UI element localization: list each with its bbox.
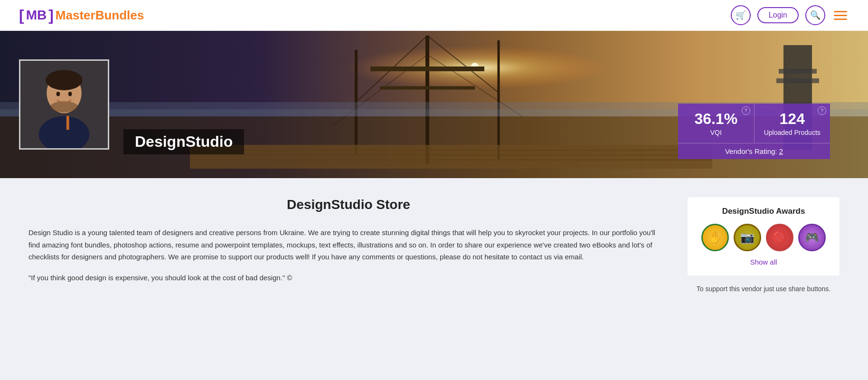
- support-text: To support this vendor just use share bu…: [688, 285, 840, 293]
- vendor-name-label: DesignStudio: [135, 133, 233, 150]
- cart-icon: 🛒: [736, 10, 746, 20]
- store-quote: "If you think good design is expensive, …: [28, 274, 669, 282]
- menu-line-2: [834, 15, 847, 16]
- svg-rect-21: [776, 78, 819, 83]
- vqi-help-icon[interactable]: ?: [742, 106, 750, 115]
- search-icon: 🔍: [810, 10, 821, 20]
- menu-line-3: [834, 19, 847, 20]
- vqi-label: VQI: [688, 129, 745, 136]
- award-icon-1: ✋: [708, 231, 722, 244]
- uploaded-value: 124: [764, 110, 821, 128]
- vendor-avatar: [19, 59, 109, 150]
- main-content: DesignStudio Store Design Studio is a yo…: [0, 178, 868, 312]
- rating-value-link[interactable]: 2: [779, 147, 783, 155]
- stats-box: 36.1% VQI ? 124 Uploaded Products ? Vend…: [678, 104, 830, 159]
- logo-mb: MB: [26, 8, 47, 23]
- award-badge-2: 📷: [734, 224, 761, 251]
- svg-rect-11: [190, 145, 712, 169]
- vqi-stat-cell: 36.1% VQI ?: [678, 104, 754, 143]
- logo: [ MB ] MasterBundles: [19, 7, 144, 24]
- right-sidebar: DesignStudio Awards ✋ 📷 🚫 🎮 Show all To …: [688, 197, 840, 293]
- left-content: DesignStudio Store Design Studio is a yo…: [28, 197, 669, 293]
- vqi-value: 36.1%: [688, 110, 745, 128]
- logo-bracket-close: ]: [48, 7, 54, 24]
- logo-bracket-open: [: [19, 7, 24, 24]
- rating-label: Vendor's Rating:: [725, 147, 777, 155]
- award-badge-1: ✋: [701, 224, 729, 251]
- logo-brand-name: MasterBundles: [56, 8, 144, 23]
- awards-card: DesignStudio Awards ✋ 📷 🚫 🎮 Show all: [688, 197, 840, 276]
- menu-button[interactable]: [832, 9, 849, 22]
- svg-rect-14: [190, 159, 712, 161]
- store-description: Design Studio is a young talented team o…: [28, 227, 669, 263]
- uploaded-stat-cell: 124 Uploaded Products ?: [754, 104, 830, 143]
- svg-rect-20: [779, 69, 817, 74]
- uploaded-label: Uploaded Products: [764, 129, 821, 136]
- site-header: [ MB ] MasterBundles 🛒 Login 🔍: [0, 0, 868, 31]
- stats-row: 36.1% VQI ? 124 Uploaded Products ?: [678, 104, 830, 143]
- svg-rect-12: [190, 150, 712, 151]
- award-icon-2: 📷: [740, 231, 755, 244]
- award-badge-3: 🚫: [766, 224, 793, 251]
- svg-rect-27: [66, 116, 69, 130]
- show-all-link[interactable]: Show all: [697, 258, 830, 266]
- vendor-name-box: DesignStudio: [123, 129, 244, 154]
- award-icon-4: 🎮: [805, 231, 819, 244]
- award-badge-4: 🎮: [798, 224, 826, 251]
- rating-row: Vendor's Rating: 2: [678, 143, 830, 159]
- svg-point-29: [68, 92, 72, 96]
- award-icon-3: 🚫: [773, 231, 787, 244]
- avatar-image: [20, 61, 108, 148]
- menu-line-1: [834, 11, 847, 12]
- uploaded-help-icon[interactable]: ?: [818, 106, 826, 115]
- svg-rect-13: [190, 154, 712, 156]
- search-button[interactable]: 🔍: [805, 5, 825, 25]
- svg-point-24: [46, 70, 82, 90]
- hero-banner: DesignStudio 36.1% VQI ? 124 Uploaded Pr…: [0, 31, 868, 178]
- awards-title: DesignStudio Awards: [697, 207, 830, 216]
- store-title: DesignStudio Store: [28, 197, 669, 212]
- header-nav: 🛒 Login 🔍: [731, 5, 849, 25]
- awards-icons: ✋ 📷 🚫 🎮: [697, 224, 830, 251]
- cart-button[interactable]: 🛒: [731, 5, 751, 25]
- svg-point-28: [57, 92, 60, 96]
- login-button[interactable]: Login: [757, 7, 799, 23]
